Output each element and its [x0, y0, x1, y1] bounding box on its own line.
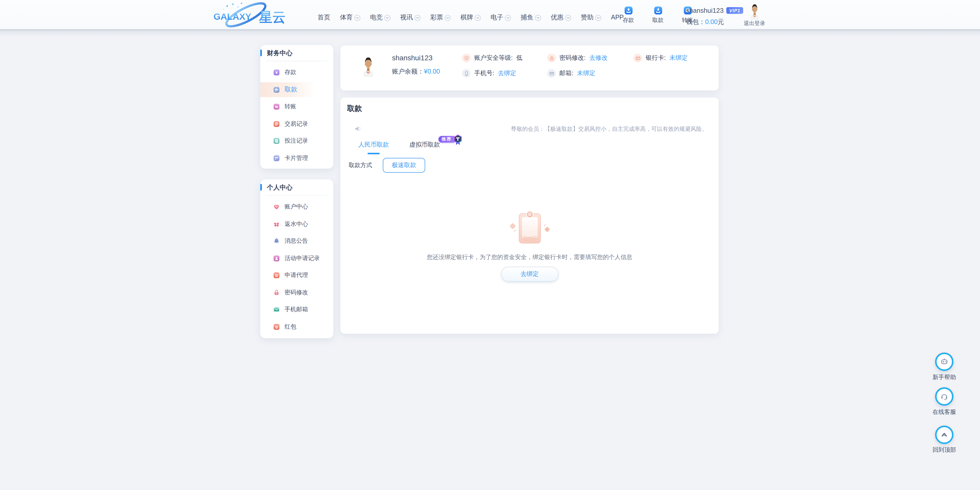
- nav-item-promotions[interactable]: 优惠: [551, 13, 571, 22]
- account-center-icon: [273, 203, 280, 210]
- nav-item-chess[interactable]: 棋牌: [460, 13, 481, 22]
- notice-bar: 尊敬的会员：【极速取款】交易风控小，自主完成率高，可以有效的规避风险。: [355, 125, 708, 132]
- header-avatar-block[interactable]: 退出登录: [743, 3, 766, 27]
- transaction-records-icon: [273, 120, 280, 127]
- tether-icon: [454, 134, 462, 145]
- sidebar-item-betting-records[interactable]: 投注记录: [260, 132, 333, 150]
- nav-item-slots[interactable]: 电子: [490, 13, 511, 22]
- deposit-quick-button[interactable]: 存款: [619, 6, 638, 24]
- sidebar-item-deposit[interactable]: ¥ 存款: [260, 64, 333, 81]
- tab-crypto-withdraw[interactable]: 虚拟币取款 推荐: [409, 140, 440, 149]
- phone-icon: [462, 69, 471, 78]
- page: GALAXY 星云 首页 体育 电竞 视讯 彩票 棋牌 电子 捕鱼 优惠 赞助 …: [0, 0, 980, 490]
- phone-bind-link[interactable]: 去绑定: [498, 69, 516, 78]
- fast-withdraw-button[interactable]: 极速取款: [383, 158, 425, 173]
- apply-agent-icon: ¥: [273, 272, 280, 279]
- bank-card-icon: [633, 54, 642, 62]
- nav-item-fishing[interactable]: 捕鱼: [520, 13, 541, 22]
- red-packet-icon: ¥: [273, 323, 280, 330]
- svg-text:¥: ¥: [276, 326, 277, 328]
- personal-panel-title: 个人中心: [260, 179, 333, 195]
- bankcard-bind-link[interactable]: 未绑定: [670, 54, 688, 62]
- nav-item-sports[interactable]: 体育: [340, 13, 360, 22]
- lock-icon: [547, 54, 556, 62]
- nav-item-home[interactable]: 首页: [318, 13, 330, 22]
- withdraw-icon: [654, 6, 662, 15]
- logo-text-cn: 星云: [259, 10, 286, 24]
- avatar: [750, 3, 759, 19]
- sidebar-item-activity-records[interactable]: 活动申请记录: [260, 250, 333, 267]
- bell-icon: [273, 238, 280, 244]
- sidebar-item-transaction-records[interactable]: 交易记录: [260, 115, 333, 132]
- logout-button[interactable]: 退出登录: [744, 20, 765, 27]
- password-change-link[interactable]: 去修改: [589, 54, 608, 62]
- online-service-button[interactable]: [935, 387, 953, 406]
- nav-item-lottery[interactable]: 彩票: [430, 13, 451, 22]
- profile-summary-card: shanshui123 账户余额：¥0.00 账户安全等级: 低 密码修改: 去…: [340, 45, 719, 91]
- go-bind-button[interactable]: 去绑定: [501, 267, 558, 281]
- sidebar-item-change-password[interactable]: 密码修改: [260, 284, 333, 301]
- mail-icon: [547, 69, 556, 78]
- withdraw-icon: [273, 86, 280, 93]
- method-label: 取款方式: [348, 161, 372, 169]
- nav-item-esports[interactable]: 电竞: [370, 13, 390, 22]
- sidebar-item-red-packet[interactable]: ¥ 红包: [260, 318, 333, 335]
- sidebar-item-account-center[interactable]: 账户中心: [260, 198, 333, 215]
- back-to-top-button[interactable]: [935, 426, 953, 444]
- profile-avatar: [363, 56, 374, 79]
- chevron-up-icon: [940, 431, 948, 439]
- chevron-down-icon: [475, 14, 481, 21]
- finance-center-panel: 财务中心 ¥ 存款 取款: [260, 45, 333, 169]
- main-nav: 首页 体育 电竞 视讯 彩票 棋牌 电子 捕鱼 优惠 赞助 APP: [318, 0, 624, 33]
- chevron-down-icon: [384, 14, 390, 21]
- newbie-help-button[interactable]: [935, 353, 953, 371]
- header-quick-actions: 存款 取款 ¥ 转账: [619, 6, 697, 24]
- wallet-balance: 钱包：0.00元: [686, 18, 743, 27]
- email-item: 邮箱: 未绑定: [547, 69, 595, 78]
- chevron-down-icon: [414, 14, 421, 21]
- profile-username: shanshui123: [392, 54, 433, 62]
- sidebar-item-rebate-center[interactable]: 返水中心: [260, 215, 333, 233]
- nav-item-sponsor[interactable]: 赞助: [581, 13, 601, 22]
- svg-text:⇆: ⇆: [275, 105, 278, 109]
- bankcard-item: 银行卡: 未绑定: [633, 54, 688, 62]
- betting-records-icon: [273, 137, 280, 144]
- deposit-icon: ¥: [273, 69, 280, 76]
- vip-badge: VIP1: [726, 7, 743, 14]
- site-logo[interactable]: GALAXY 星云: [212, 2, 297, 27]
- withdraw-title: 取款: [347, 104, 362, 113]
- helper-robot-icon: [940, 358, 948, 366]
- chevron-down-icon: [505, 14, 511, 21]
- sidebar-item-card-management[interactable]: 卡片管理: [260, 150, 333, 166]
- chevron-down-icon: [565, 14, 571, 21]
- sidebar-item-transfer[interactable]: ⇆ 转账: [260, 98, 333, 115]
- sidebar-item-withdraw[interactable]: 取款: [260, 81, 333, 98]
- phone-item: 手机号: 去绑定: [462, 69, 516, 78]
- withdraw-tabs: 人民币取款 虚拟币取款 推荐: [358, 140, 440, 149]
- sidebar-item-messages[interactable]: 消息公告: [260, 233, 333, 250]
- lock-icon: [273, 289, 280, 296]
- envelope-icon: [273, 306, 280, 313]
- nav-item-live-video[interactable]: 视讯: [400, 13, 421, 22]
- security-level-item: 账户安全等级: 低: [462, 54, 522, 62]
- username: shanshui123: [686, 6, 724, 14]
- online-service-label[interactable]: 在线客服: [926, 408, 963, 416]
- rebate-center-icon: [273, 220, 280, 227]
- newbie-help-label[interactable]: 新手帮助: [926, 373, 963, 381]
- card-management-icon: [273, 155, 280, 161]
- chevron-down-icon: [445, 14, 451, 21]
- sidebar-item-phone-email[interactable]: 手机邮箱: [260, 301, 333, 318]
- tab-rmb-withdraw[interactable]: 人民币取款: [358, 140, 389, 149]
- back-to-top-label[interactable]: 回到顶部: [926, 446, 963, 454]
- speaker-icon: [355, 126, 361, 132]
- chevron-down-icon: [535, 14, 541, 21]
- sidebar-item-apply-agent[interactable]: ¥ 申请代理: [260, 267, 333, 284]
- logo-text-en: GALAXY: [213, 11, 251, 22]
- withdraw-quick-button[interactable]: 取款: [649, 6, 667, 24]
- email-bind-link[interactable]: 未绑定: [577, 69, 595, 78]
- svg-text:¥: ¥: [275, 70, 278, 75]
- recommend-badge: 推荐: [438, 134, 462, 145]
- user-info-block[interactable]: shanshui123 VIP1 钱包：0.00元: [686, 6, 743, 27]
- activity-records-icon: [273, 255, 280, 262]
- shield-icon: [462, 54, 471, 62]
